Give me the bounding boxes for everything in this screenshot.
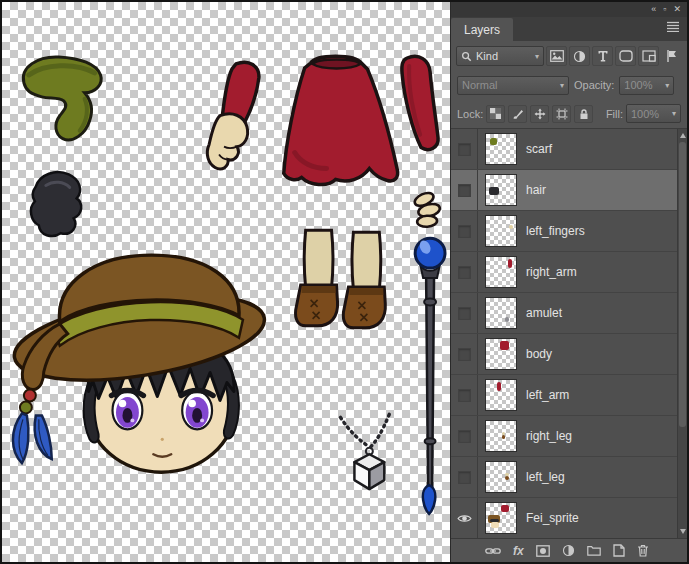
delete-layer-button[interactable] bbox=[637, 544, 649, 557]
visibility-empty-box bbox=[458, 348, 471, 361]
panel-titlebar: « ▫ ✕ bbox=[451, 2, 687, 17]
layer-thumbnail[interactable] bbox=[485, 256, 517, 288]
thumbnail-mark bbox=[501, 505, 509, 512]
layer-row[interactable]: scarf bbox=[451, 129, 687, 170]
visibility-toggle[interactable] bbox=[451, 293, 478, 333]
thumbnail-mark bbox=[505, 317, 509, 322]
add-layer-mask-button[interactable] bbox=[536, 545, 550, 557]
layer-name[interactable]: left_arm bbox=[526, 388, 569, 402]
visibility-empty-box bbox=[458, 143, 471, 156]
new-group-button[interactable] bbox=[587, 545, 601, 556]
visibility-toggle[interactable] bbox=[451, 375, 478, 415]
visibility-empty-box bbox=[458, 266, 471, 279]
layer-name[interactable]: Fei_sprite bbox=[526, 511, 579, 525]
layer-row[interactable]: Fei_sprite bbox=[451, 498, 687, 538]
minimize-panel-icon[interactable]: ▫ bbox=[663, 2, 666, 17]
layer-row[interactable]: right_arm bbox=[451, 252, 687, 293]
sprite-artwork bbox=[2, 2, 450, 562]
filter-adjustment-layers-button[interactable] bbox=[569, 46, 590, 66]
layer-thumbnail[interactable] bbox=[485, 174, 517, 206]
shape-layers-icon bbox=[619, 50, 633, 62]
layer-thumbnail[interactable] bbox=[485, 502, 517, 534]
blend-row: Normal ▾ Opacity: 100% ▾ bbox=[451, 71, 687, 99]
scroll-up-arrow-icon[interactable] bbox=[680, 133, 686, 138]
link-icon bbox=[485, 546, 501, 556]
lock-artboard-button[interactable] bbox=[552, 105, 571, 123]
fill-select[interactable]: 100% ▾ bbox=[626, 104, 681, 123]
document-canvas[interactable] bbox=[2, 2, 450, 562]
flag-icon bbox=[666, 49, 678, 63]
visibility-toggle[interactable] bbox=[451, 334, 478, 374]
layer-thumbnail[interactable] bbox=[485, 461, 517, 493]
collapse-panel-icon[interactable]: « bbox=[651, 2, 656, 17]
tab-layers[interactable]: Layers bbox=[451, 18, 513, 41]
filter-type-layers-button[interactable] bbox=[592, 46, 613, 66]
staff-sprite bbox=[415, 238, 445, 514]
layer-thumbnail[interactable] bbox=[485, 297, 517, 329]
visibility-toggle[interactable] bbox=[451, 211, 478, 251]
filter-toggle-button[interactable] bbox=[661, 46, 682, 66]
adjustment-layers-icon bbox=[573, 50, 586, 63]
layer-name[interactable]: hair bbox=[526, 183, 546, 197]
filter-pixel-layers-button[interactable] bbox=[546, 46, 567, 66]
visibility-toggle[interactable] bbox=[451, 416, 478, 456]
visibility-toggle[interactable] bbox=[451, 170, 478, 210]
layer-row[interactable]: right_leg bbox=[451, 416, 687, 457]
new-layer-button[interactable] bbox=[613, 544, 625, 557]
layer-thumbnail[interactable] bbox=[485, 215, 517, 247]
visibility-empty-box bbox=[458, 471, 471, 484]
visibility-toggle[interactable] bbox=[451, 252, 478, 292]
layer-thumbnail[interactable] bbox=[485, 420, 517, 452]
kind-filter-select[interactable]: Kind ▾ bbox=[456, 46, 544, 66]
lock-row: Lock: Fill: 100% ▾ bbox=[451, 99, 687, 129]
close-panel-icon[interactable]: ✕ bbox=[673, 2, 681, 17]
scrollbar-thumb[interactable] bbox=[679, 142, 686, 427]
visibility-toggle[interactable] bbox=[451, 457, 478, 497]
layer-list-scrollbar[interactable] bbox=[677, 129, 687, 538]
left-leg-sprite bbox=[343, 232, 385, 328]
left-arm-sprite bbox=[207, 62, 259, 169]
right-arm-sprite bbox=[402, 56, 438, 149]
menu-icon bbox=[666, 21, 680, 32]
layer-thumbnail[interactable] bbox=[485, 133, 517, 165]
layer-thumbnail[interactable] bbox=[485, 338, 517, 370]
layer-row[interactable]: body bbox=[451, 334, 687, 375]
lock-transparency-button[interactable] bbox=[486, 105, 505, 123]
layer-row[interactable]: left_leg bbox=[451, 457, 687, 498]
visibility-toggle[interactable] bbox=[451, 498, 478, 538]
panel-tab-row: Layers bbox=[451, 17, 687, 41]
new-adjustment-layer-button[interactable] bbox=[562, 544, 575, 557]
layer-list: scarf hair left_fingers right_arm amulet bbox=[451, 129, 687, 538]
layer-name[interactable]: right_arm bbox=[526, 265, 577, 279]
lock-transparency-icon bbox=[490, 108, 501, 119]
layer-row[interactable]: left_arm bbox=[451, 375, 687, 416]
visibility-toggle[interactable] bbox=[451, 129, 478, 169]
layer-name[interactable]: left_fingers bbox=[526, 224, 585, 238]
layer-name[interactable]: amulet bbox=[526, 306, 562, 320]
visibility-empty-box bbox=[458, 307, 471, 320]
layer-name[interactable]: left_leg bbox=[526, 470, 565, 484]
filter-shape-layers-button[interactable] bbox=[615, 46, 636, 66]
layer-style-button[interactable]: fx bbox=[513, 545, 524, 557]
layer-name[interactable]: scarf bbox=[526, 142, 552, 156]
layer-name[interactable]: right_leg bbox=[526, 429, 572, 443]
lock-all-button[interactable] bbox=[574, 105, 593, 123]
panel-menu-button[interactable] bbox=[666, 18, 687, 41]
filter-smart-objects-button[interactable] bbox=[638, 46, 659, 66]
layer-row[interactable]: left_fingers bbox=[451, 211, 687, 252]
layer-row[interactable]: amulet bbox=[451, 293, 687, 334]
layer-name[interactable]: body bbox=[526, 347, 552, 361]
lock-position-button[interactable] bbox=[530, 105, 549, 123]
thumbnail-mark bbox=[500, 341, 509, 350]
blend-mode-select[interactable]: Normal ▾ bbox=[457, 76, 569, 95]
chevron-down-icon: ▾ bbox=[556, 81, 564, 90]
layer-row[interactable]: hair bbox=[451, 170, 687, 211]
lock-image-button[interactable] bbox=[508, 105, 527, 123]
right-fingers-sprite bbox=[413, 190, 441, 227]
opacity-select[interactable]: 100% ▾ bbox=[619, 76, 674, 95]
scroll-down-arrow-icon[interactable] bbox=[680, 529, 686, 534]
link-layers-button[interactable] bbox=[485, 546, 501, 556]
opacity-label: Opacity: bbox=[574, 79, 614, 91]
layer-thumbnail[interactable] bbox=[485, 379, 517, 411]
scarf-sprite bbox=[23, 57, 101, 140]
